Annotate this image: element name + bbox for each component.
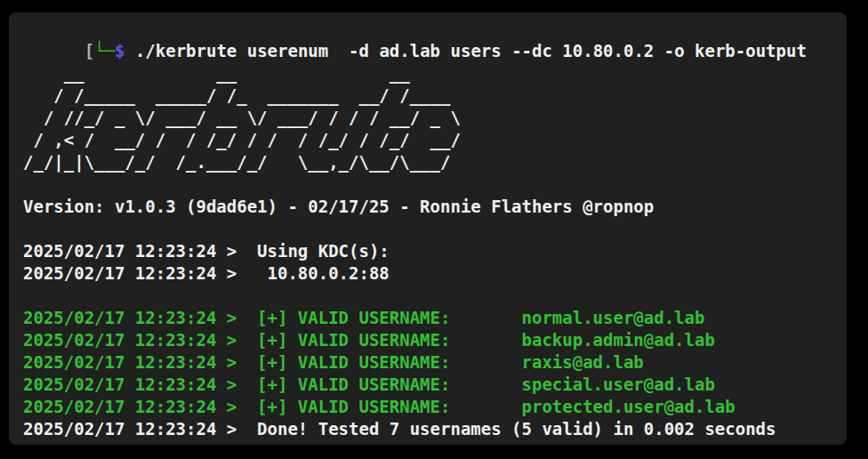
version-line: Version: v1.0.3 (9dad6e1) - 02/17/25 - R… — [23, 196, 832, 218]
log-line: 2025/02/17 12:23:24 > [+] VALID USERNAME… — [23, 374, 832, 396]
log-line: 2025/02/17 12:23:24 > [+] VALID USERNAME… — [23, 307, 832, 329]
log-line: 2025/02/17 12:23:24 > 10.80.0.2:88 — [23, 262, 832, 285]
ascii-banner-line: __ __ __ — [23, 62, 832, 85]
shell-prompt-line: [└─$ ./kerbrute userenum -d ad.lab users… — [23, 18, 832, 40]
ascii-banner-line: / ,< / __/ / / /_/ / / / /_/ / /_/ __/ — [23, 129, 832, 151]
log-line — [23, 285, 832, 307]
ascii-banner-line: / /_____ _____/ /_ _______ __/ /____ — [23, 85, 832, 107]
log-line: 2025/02/17 12:23:24 > [+] VALID USERNAME… — [23, 396, 832, 418]
ascii-banner-line: / //_/ _ \/ ___/ __ \/ ___/ / / / __/ _ … — [23, 107, 832, 129]
command-text — [125, 41, 134, 60]
prompt-corner-icon: └─ — [94, 41, 115, 60]
prompt-dollar-sign: $ — [115, 41, 125, 60]
log-line: 2025/02/17 12:23:24 > [+] VALID USERNAME… — [23, 329, 832, 351]
blank-line — [23, 218, 832, 240]
blank-line — [23, 173, 832, 196]
log-line: 2025/02/17 12:23:24 > Using KDC(s): — [23, 240, 832, 262]
log-line: 2025/02/17 12:23:24 > Done! Tested 7 use… — [23, 418, 832, 440]
screenshot-background: [└─$ ./kerbrute userenum -d ad.lab users… — [0, 0, 868, 459]
terminal-window[interactable]: [└─$ ./kerbrute userenum -d ad.lab users… — [9, 12, 847, 445]
log-line: 2025/02/17 12:23:24 > [+] VALID USERNAME… — [23, 351, 832, 374]
prompt-left-bracket: [ — [84, 41, 94, 60]
command-input[interactable]: ./kerbrute userenum -d ad.lab users --dc… — [135, 41, 807, 60]
ascii-banner-line: /_/|_|\___/_/ /_.___/_/ \__,_/\__/\___/ — [23, 151, 832, 173]
terminal-output: __ __ __ / /_____ _____/ /_ _______ __/ … — [23, 40, 832, 440]
